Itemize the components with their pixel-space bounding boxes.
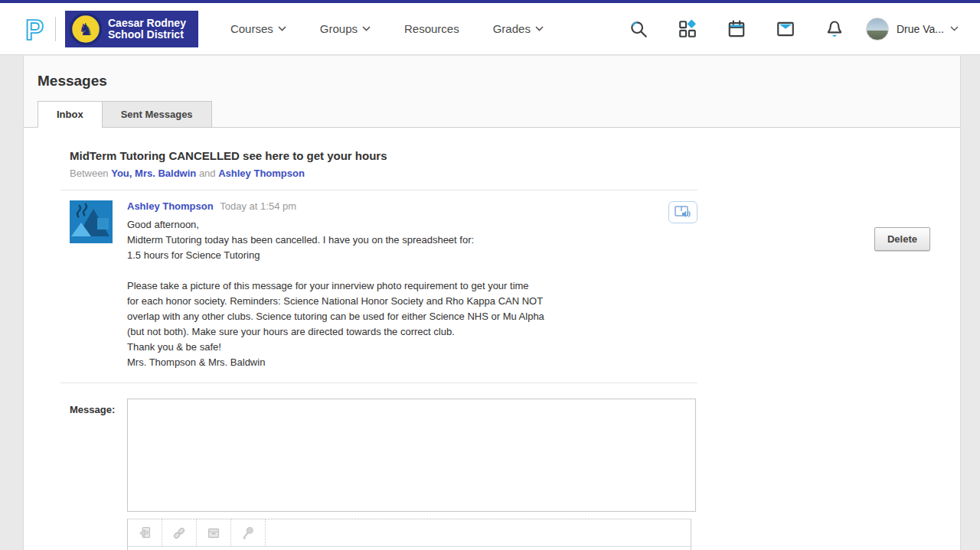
insert-link-button[interactable]: [162, 519, 197, 546]
notifications-button[interactable]: [825, 19, 844, 39]
calendar-button[interactable]: [727, 19, 746, 39]
insert-link-icon: [171, 525, 188, 542]
record-audio-button[interactable]: [231, 519, 266, 546]
apps-icon: [678, 19, 697, 39]
messages-panel: Messages Inbox Sent Messages MidTerm Tut…: [23, 56, 961, 550]
thread-header: MidTerm Tutoring CANCELLED see here to g…: [60, 149, 697, 190]
thread-view: MidTerm Tutoring CANCELLED see here to g…: [24, 128, 960, 550]
conjunction-label: and: [199, 168, 216, 179]
sender-link[interactable]: Ashley Thompson: [127, 200, 214, 212]
attach-file-button[interactable]: [128, 519, 162, 546]
message-field-label: Message:: [70, 399, 118, 550]
primary-nav: Courses Groups Resources Grades: [230, 22, 544, 35]
nav-grades-label: Grades: [493, 22, 531, 35]
nav-groups[interactable]: Groups: [320, 22, 371, 35]
nav-grades[interactable]: Grades: [493, 22, 544, 35]
attach-resource-button[interactable]: [197, 519, 231, 546]
participant-link-ashley-thompson[interactable]: Ashley Thompson: [218, 168, 305, 179]
chevron-down-icon: [950, 26, 959, 31]
participant-link-mrs-baldwin[interactable]: Mrs. Baldwin: [135, 168, 196, 179]
participant-separator: ,: [129, 168, 132, 179]
svg-text:♞: ♞: [78, 20, 93, 39]
message-body: Good afternoon,Midterm Tutoring today ha…: [127, 217, 544, 370]
participant-link-you[interactable]: You: [111, 168, 129, 179]
tab-sent-messages[interactable]: Sent Messages: [102, 101, 212, 128]
tab-inbox[interactable]: Inbox: [38, 101, 103, 128]
composer-toolbar-row: [128, 519, 691, 547]
user-avatar: [866, 18, 889, 41]
brand-area: P ♞ Caesar Rodney School District: [23, 11, 198, 47]
message-content: Ashley Thompson Today at 1:54 pm Good af…: [127, 200, 544, 370]
chevron-down-icon: [362, 26, 371, 31]
attach-resource-icon: [205, 525, 222, 542]
search-icon: [629, 19, 648, 39]
nav-groups-label: Groups: [320, 22, 358, 35]
thread-participants: Between You, Mrs. Baldwin and Ashley Tho…: [70, 168, 697, 179]
chevron-down-icon: [535, 26, 544, 31]
nav-courses-label: Courses: [230, 22, 273, 35]
messages-button[interactable]: [776, 19, 795, 39]
reply-composer: Message:: [60, 399, 960, 550]
svg-text:P: P: [25, 15, 44, 45]
message-timestamp: Today at 1:54 pm: [220, 200, 296, 212]
composer-toolbar: [127, 519, 691, 550]
thread-subject: MidTerm Tutoring CANCELLED see here to g…: [70, 149, 697, 162]
composer-main: [127, 399, 696, 550]
district-home-link[interactable]: ♞ Caesar Rodney School District: [65, 11, 198, 47]
brand-divider: [55, 17, 56, 41]
sender-avatar[interactable]: [70, 200, 113, 243]
attach-file-icon: [136, 525, 153, 542]
page-title: Messages: [38, 73, 960, 89]
nav-courses[interactable]: Courses: [230, 22, 286, 35]
record-audio-icon: [240, 525, 256, 542]
user-menu[interactable]: Drue Va...: [866, 18, 959, 41]
district-name: Caesar Rodney School District: [108, 18, 186, 41]
user-name: Drue Va...: [897, 23, 944, 35]
messages-header: Messages Inbox Sent Messages: [24, 56, 960, 128]
calendar-icon: [727, 19, 746, 39]
delete-button[interactable]: Delete: [874, 227, 930, 251]
immersive-reader-icon: [675, 206, 691, 219]
search-button[interactable]: [629, 19, 648, 39]
main-navbar: P ♞ Caesar Rodney School District Course…: [0, 3, 980, 55]
navbar-actions: Drue Va...: [599, 18, 959, 41]
immersive-reader-button[interactable]: [668, 201, 697, 223]
message-input[interactable]: [127, 399, 696, 512]
messages-icon: [776, 19, 795, 39]
powerschool-p-icon: P: [23, 13, 46, 45]
message-meta: Ashley Thompson Today at 1:54 pm: [127, 200, 544, 212]
apps-button[interactable]: [678, 19, 697, 39]
nav-resources[interactable]: Resources: [404, 22, 459, 35]
district-seal-icon: ♞: [70, 13, 102, 45]
chevron-down-icon: [278, 26, 286, 31]
notifications-icon: [825, 19, 844, 39]
powerschool-logo[interactable]: P: [23, 13, 46, 45]
message-tabs: Inbox Sent Messages: [38, 101, 212, 128]
between-label: Between: [70, 168, 109, 179]
nav-resources-label: Resources: [404, 22, 459, 35]
message-item: Ashley Thompson Today at 1:54 pm Good af…: [60, 190, 697, 383]
